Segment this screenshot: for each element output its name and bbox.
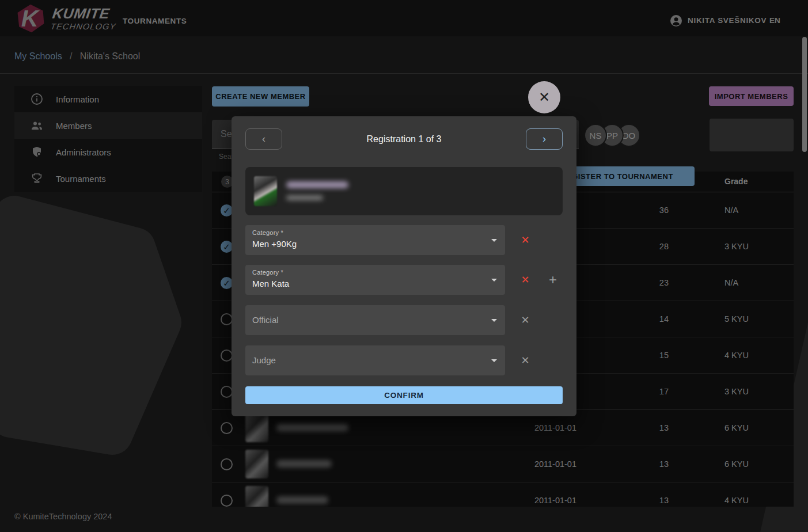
field-label: Category *: [252, 269, 283, 276]
chevron-down-icon: [491, 359, 497, 362]
app-root: K KUMITE TECHNOLOGY TOURNAMENTS NIKITA S…: [0, 0, 808, 532]
chevron-down-icon: [491, 239, 497, 242]
clear-role-button[interactable]: ✕: [516, 351, 534, 370]
field-value: Men Kata: [252, 279, 289, 288]
member-birthday-redacted: [286, 195, 323, 200]
field-value: Official: [252, 315, 279, 325]
modal-close-button[interactable]: ✕: [528, 81, 560, 113]
field-value: Men +90Kg: [252, 239, 297, 249]
registration-modal: ‹ Registration 1 of 3 › Category *Men +9…: [232, 116, 576, 416]
remove-category-button[interactable]: ✕: [516, 231, 534, 249]
official-select[interactable]: Official: [245, 305, 505, 335]
add-category-button[interactable]: +: [544, 271, 562, 289]
member-photo-redacted: [254, 176, 277, 206]
member-name-redacted: [286, 181, 348, 188]
judge-select[interactable]: Judge: [245, 345, 505, 375]
remove-category-button[interactable]: ✕: [516, 271, 534, 289]
member-summary-card: [245, 167, 563, 215]
chevron-right-icon: ›: [543, 133, 546, 145]
field-value: Judge: [252, 355, 276, 365]
next-registration-button[interactable]: ›: [526, 128, 563, 150]
clear-role-button[interactable]: ✕: [516, 311, 534, 329]
registration-title: Registration 1 of 3: [232, 134, 576, 145]
scrollbar-thumb[interactable]: [802, 37, 807, 152]
chevron-down-icon: [491, 319, 497, 322]
chevron-down-icon: [491, 279, 497, 282]
category-select[interactable]: Category *Men Kata: [245, 265, 505, 295]
close-icon: ✕: [538, 89, 550, 105]
confirm-button[interactable]: CONFIRM: [245, 386, 563, 404]
category-select[interactable]: Category *Men +90Kg: [245, 225, 505, 255]
field-label: Category *: [252, 229, 283, 236]
